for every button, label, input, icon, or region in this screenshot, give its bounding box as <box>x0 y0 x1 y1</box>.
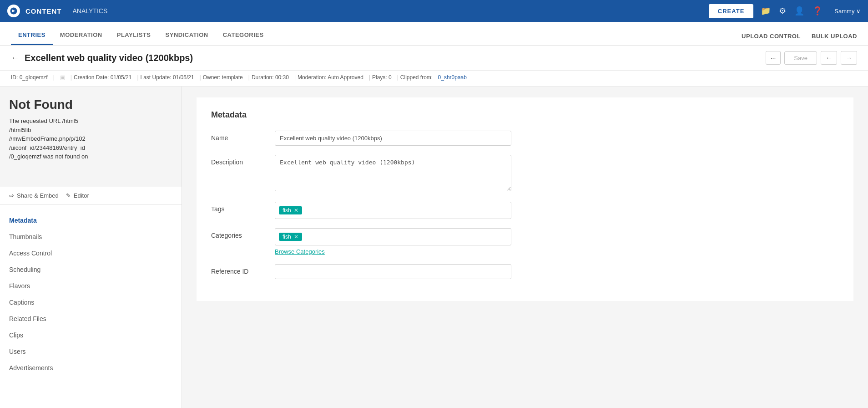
sidebar-item-clips[interactable]: Clips <box>9 327 172 343</box>
sidebar-item-flavors[interactable]: Flavors <box>9 278 172 294</box>
entry-header: ← Excellent web quality video (1200kbps)… <box>0 46 868 71</box>
tags-row: Tags fish ✕ <box>211 202 839 219</box>
categories-label: Categories <box>211 228 275 239</box>
editor-label: Editor <box>74 192 89 199</box>
save-button[interactable]: Save <box>784 51 817 65</box>
tab-syndication[interactable]: SYNDICATION <box>158 31 216 45</box>
clipped-from-link[interactable]: 0_shr0paab <box>438 74 467 81</box>
reference-id-input[interactable] <box>275 264 511 279</box>
top-nav-icons: 📁 ⚙ 👤 ❓ Sammy ∨ <box>761 6 861 16</box>
create-button[interactable]: CREATE <box>709 4 753 18</box>
tab-playlists[interactable]: PLAYLISTS <box>110 31 158 45</box>
categories-field-container: fish ✕ Browse Categories <box>275 228 511 255</box>
sidebar-nav: Metadata Thumbnails Access Control Sched… <box>0 205 182 383</box>
tag-chip-label: fish <box>283 207 291 214</box>
top-nav: CONTENT ANALYTICS CREATE 📁 ⚙ 👤 ❓ Sammy ∨ <box>0 0 868 22</box>
entry-clipped-label: Clipped from: <box>400 74 433 81</box>
tab-entries[interactable]: ENTRIES <box>11 31 53 45</box>
editor-button[interactable]: ✎ Editor <box>66 192 89 199</box>
name-field-container <box>275 131 511 146</box>
entry-owner: Owner: template <box>203 74 243 81</box>
analytics-nav[interactable]: ANALYTICS <box>73 7 108 15</box>
sidebar-item-scheduling[interactable]: Scheduling <box>9 261 172 278</box>
tab-moderation[interactable]: MODERATION <box>53 31 110 45</box>
tag-remove-fish[interactable]: ✕ <box>294 207 298 214</box>
entry-plays: Plays: 0 <box>372 74 392 81</box>
sidebar-item-captions[interactable]: Captions <box>9 294 172 311</box>
name-label: Name <box>211 131 275 142</box>
user-icon[interactable]: 👤 <box>794 6 804 16</box>
gear-icon[interactable]: ⚙ <box>779 6 786 16</box>
folder-icon[interactable]: 📁 <box>761 6 771 16</box>
more-button[interactable]: ··· <box>766 51 781 65</box>
category-chip-label: fish <box>283 234 291 240</box>
name-input[interactable] <box>275 131 511 146</box>
sidebar-item-advertisements[interactable]: Advertisements <box>9 360 172 376</box>
sub-nav-tabs: ENTRIES MODERATION PLAYLISTS SYNDICATION… <box>11 31 271 45</box>
sub-nav: ENTRIES MODERATION PLAYLISTS SYNDICATION… <box>0 22 868 46</box>
tag-chip-fish: fish ✕ <box>279 206 302 214</box>
browse-categories-link[interactable]: Browse Categories <box>275 248 325 255</box>
metadata-section: Metadata Name Description Excellent web … <box>197 97 853 301</box>
entry-id: ID: 0_gloqemzf <box>11 74 48 81</box>
tags-field-container: fish ✕ <box>275 202 511 219</box>
sidebar-item-users[interactable]: Users <box>9 343 172 360</box>
tags-label: Tags <box>211 202 275 213</box>
categories-input[interactable]: fish ✕ <box>275 228 511 245</box>
entry-meta: ID: 0_gloqemzf | ▣ | Creation Date: 01/0… <box>0 71 868 87</box>
upload-control-link[interactable]: UPLOAD CONTROL <box>742 33 801 40</box>
main-layout: Not Found The requested URL /html5/html5… <box>0 87 868 408</box>
entry-moderation: Moderation: Auto Approved <box>298 74 363 81</box>
tags-input[interactable]: fish ✕ <box>275 202 511 219</box>
reference-id-row: Reference ID <box>211 264 839 279</box>
prev-entry-button[interactable]: ← <box>821 51 837 65</box>
tab-categories[interactable]: CATEGORIES <box>216 31 271 45</box>
sidebar-item-thumbnails[interactable]: Thumbnails <box>9 229 172 245</box>
description-row: Description Excellent web quality video … <box>211 155 839 193</box>
sidebar-item-access-control[interactable]: Access Control <box>9 245 172 261</box>
share-icon: ⇨ <box>9 192 14 199</box>
help-icon[interactable]: ❓ <box>812 6 823 16</box>
sub-nav-right: UPLOAD CONTROL BULK UPLOAD <box>742 33 857 45</box>
category-chip-fish: fish ✕ <box>279 233 302 241</box>
share-embed-label: Share & Embed <box>17 192 59 199</box>
description-field-container: Excellent web quality video (1200kbps) <box>275 155 511 193</box>
sidebar-item-related-files[interactable]: Related Files <box>9 311 172 327</box>
description-label: Description <box>211 155 275 166</box>
reference-id-label: Reference ID <box>211 264 275 275</box>
category-remove-fish[interactable]: ✕ <box>294 234 298 240</box>
share-embed-button[interactable]: ⇨ Share & Embed <box>9 192 59 199</box>
entry-duration: Duration: 00:30 <box>252 74 289 81</box>
app-title: CONTENT <box>25 7 62 15</box>
categories-row: Categories fish ✕ Browse Categories <box>211 228 839 255</box>
entry-header-actions: ··· Save ← → <box>766 51 857 65</box>
bulk-upload-link[interactable]: BULK UPLOAD <box>812 33 857 40</box>
not-found-title: Not Found <box>9 97 172 112</box>
reference-id-field-container <box>275 264 511 279</box>
preview-area: Not Found The requested URL /html5/html5… <box>0 87 182 187</box>
right-panel: Metadata Name Description Excellent web … <box>182 87 868 408</box>
not-found-text: The requested URL /html5/html5lib//mwEmb… <box>9 117 172 161</box>
sidebar-item-metadata[interactable]: Metadata <box>9 212 172 229</box>
preview-actions: ⇨ Share & Embed ✎ Editor <box>0 187 182 205</box>
entry-last-update: Last Update: 01/05/21 <box>141 74 194 81</box>
description-input[interactable]: Excellent web quality video (1200kbps) <box>275 155 511 191</box>
metadata-section-title: Metadata <box>211 110 839 120</box>
left-panel: Not Found The requested URL /html5/html5… <box>0 87 182 408</box>
entry-creation-date: Creation Date: 01/05/21 <box>74 74 131 81</box>
entry-title: Excellent web quality video (1200kbps) <box>25 53 766 63</box>
user-menu[interactable]: Sammy ∨ <box>834 8 861 15</box>
next-entry-button[interactable]: → <box>841 51 857 65</box>
name-row: Name <box>211 131 839 146</box>
back-button[interactable]: ← <box>11 53 19 63</box>
entry-thumbnail-icon: ▣ <box>60 74 65 81</box>
logo[interactable] <box>7 5 20 17</box>
editor-icon: ✎ <box>66 192 71 199</box>
